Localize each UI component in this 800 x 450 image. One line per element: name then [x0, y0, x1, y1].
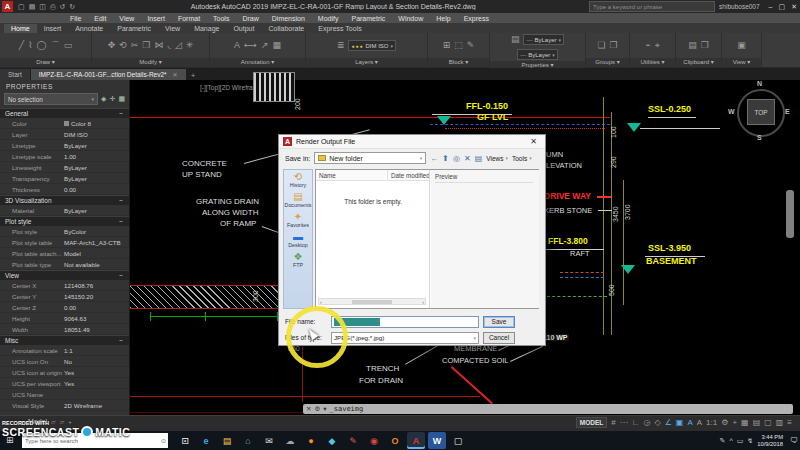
tool-palettes-icon[interactable]: ▣ — [737, 41, 746, 50]
rectangle-icon[interactable]: ▭ — [64, 41, 73, 50]
customization-icon[interactable]: ≡ — [787, 419, 792, 427]
menu-dimension[interactable]: Dimension — [272, 15, 305, 22]
group-icon[interactable]: ❏ — [597, 41, 605, 50]
arc-icon[interactable]: ⌒ — [51, 41, 60, 50]
erase-icon[interactable]: ◿ — [175, 41, 182, 50]
tools-dropdown[interactable]: Tools▾ — [512, 155, 532, 162]
windows-search-input[interactable]: Type here to search ⊙ — [22, 433, 168, 448]
menu-edit[interactable]: Edit — [94, 15, 106, 22]
close-icon[interactable]: ✕ — [791, 3, 797, 10]
views-dropdown[interactable]: Views▾ — [486, 155, 508, 162]
ribbon-tab-output[interactable]: Output — [226, 24, 261, 33]
select-objects-icon[interactable]: ✛ — [110, 95, 116, 103]
property-center-x[interactable]: Center X121408.76 — [0, 280, 129, 291]
scrollbar-thumb[interactable] — [352, 300, 392, 304]
places-item-ftp[interactable]: ❖FTP — [284, 252, 312, 268]
panel-label-modify[interactable]: Modify ▾ — [92, 58, 209, 67]
paste-icon[interactable]: ▤ — [688, 41, 697, 50]
autocad-logo-icon[interactable]: A — [2, 1, 13, 12]
minimize-icon[interactable]: – — [769, 3, 773, 10]
ribbon-tab-manage[interactable]: Manage — [187, 24, 226, 33]
quick-select-icon[interactable]: ▦ — [118, 95, 125, 103]
text-icon[interactable]: A — [234, 41, 240, 50]
menu-draw[interactable]: Draw — [242, 15, 258, 22]
property-height[interactable]: Height9064.63 — [0, 313, 129, 324]
viewcube[interactable]: N S W E TOP — [730, 82, 790, 142]
menu-insert[interactable]: Insert — [147, 15, 165, 22]
ribbon-tab-insert[interactable]: Insert — [37, 24, 69, 33]
copy-icon[interactable]: ❐ — [142, 41, 150, 50]
file-tab-start[interactable]: Start — [0, 69, 30, 80]
property-ucs-icon-on[interactable]: UCS icon OnNo — [0, 356, 129, 367]
property-linetype[interactable]: LinetypeByLayer — [0, 140, 129, 151]
property-ucs-name[interactable]: UCS Name — [0, 389, 129, 400]
network-icon[interactable]: ↯ — [747, 437, 753, 445]
bylayer-dropdown[interactable]: —ByLayer▾ — [523, 34, 564, 45]
print-icon[interactable]: ⎙ — [50, 3, 56, 10]
microphone-icon[interactable]: ⊙ — [161, 437, 166, 444]
undo-icon[interactable]: ↺ — [59, 3, 65, 10]
collapse-icon[interactable]: − — [119, 218, 123, 225]
property-plot-style[interactable]: Plot styleByColor — [0, 226, 129, 237]
ribbon-tab-home[interactable]: Home — [4, 24, 37, 33]
panel-label-groups[interactable]: Groups ▾ — [586, 58, 629, 67]
onedrive-icon[interactable]: ☁ — [281, 432, 299, 449]
explode-icon[interactable]: ✳ — [186, 41, 194, 50]
recent-commands-icon[interactable]: ▾ — [323, 405, 326, 413]
new-layout-button[interactable]: + — [68, 419, 72, 425]
property-material[interactable]: MaterialByLayer — [0, 205, 129, 216]
quick-select-icon[interactable]: ⌖ — [655, 41, 660, 50]
layout-tab-icon[interactable]: ▱ — [60, 418, 65, 425]
quick-properties-icon[interactable]: ▤ — [753, 419, 761, 427]
menu-parametric[interactable]: Parametric — [351, 15, 385, 22]
taskbar-clock[interactable]: 3:44 PM 10/9/2018 — [757, 434, 783, 448]
selection-dropdown[interactable]: No selection ▾ — [4, 93, 98, 105]
property-plot-table-type[interactable]: Plot table typeNot available — [0, 259, 129, 270]
section-header-view[interactable]: View− — [0, 270, 129, 280]
copy-clip-icon[interactable]: ❐ — [701, 41, 709, 50]
property-center-y[interactable]: Center Y145150.20 — [0, 291, 129, 302]
property-lineweight[interactable]: LineweightByLayer — [0, 162, 129, 173]
grid-icon[interactable]: # — [611, 419, 615, 427]
rotate-icon[interactable]: ⟲ — [119, 41, 127, 50]
panel-label-view[interactable]: View ▾ — [722, 58, 761, 67]
polyline-icon[interactable]: ⌇ — [28, 41, 32, 50]
toggle-pickadd-icon[interactable]: ◈ — [101, 95, 106, 103]
delete-icon[interactable]: ✕ — [464, 154, 471, 163]
measure-icon[interactable]: ⌁ — [645, 41, 650, 50]
viewcube-west[interactable]: W — [728, 108, 735, 115]
bylayer-dropdown[interactable]: —ByLayer▾ — [517, 49, 558, 60]
file-explorer-icon[interactable]: ▤ — [218, 432, 236, 449]
property-ucs-icon-at-origin[interactable]: UCS icon at originYes — [0, 367, 129, 378]
screencast-icon[interactable]: ▢ — [449, 432, 467, 449]
photos-icon[interactable]: ✎ — [344, 432, 362, 449]
polar-tracking-icon[interactable]: ◶ — [644, 419, 651, 427]
customize-icon[interactable]: ⚙ — [314, 405, 320, 413]
circle-icon[interactable]: ◯ — [37, 41, 47, 50]
menu-help[interactable]: Help — [436, 15, 450, 22]
collapse-icon[interactable]: − — [119, 110, 123, 117]
display-icon[interactable]: ▭ — [737, 437, 744, 445]
annotation-monitor-icon[interactable]: + — [732, 419, 737, 427]
save-in-dropdown[interactable]: New folder ▾ — [314, 152, 426, 164]
open-icon[interactable]: ▤ — [29, 3, 36, 10]
menu-window[interactable]: Window — [398, 15, 423, 22]
task-view-button[interactable]: ⊡ — [176, 432, 194, 449]
places-item-favorites[interactable]: ✦Favorites — [284, 212, 312, 228]
snap-icon[interactable]: ⋯ — [620, 419, 628, 427]
property-layer[interactable]: LayerDIM ISO — [0, 129, 129, 140]
layer-properties-icon[interactable]: ≣ — [337, 41, 345, 50]
edit-attributes-icon[interactable]: ✎ — [467, 41, 475, 50]
create-icon[interactable]: ⬚ — [454, 41, 463, 50]
ribbon-tab-express-tools[interactable]: Express Tools — [311, 24, 368, 33]
collapse-icon[interactable]: − — [119, 337, 123, 344]
property-ucs-per-viewport[interactable]: UCS per viewportYes — [0, 378, 129, 389]
files-of-type-dropdown[interactable]: JPEG(*.jpeg;*.jpg) ▾ — [331, 332, 479, 344]
viewcube-east[interactable]: E — [785, 108, 790, 115]
places-item-documents[interactable]: ▤Documents — [284, 192, 312, 208]
start-button[interactable]: ⊞ — [6, 435, 14, 445]
panel-label-annotation[interactable]: Annotation ▾ — [210, 58, 305, 67]
autocad-icon[interactable]: A — [407, 432, 425, 449]
property-plot-style-table[interactable]: Plot style tableMAF-Arch1_A3-CTB — [0, 237, 129, 248]
annotation-visibility-icon[interactable]: A — [687, 419, 692, 427]
